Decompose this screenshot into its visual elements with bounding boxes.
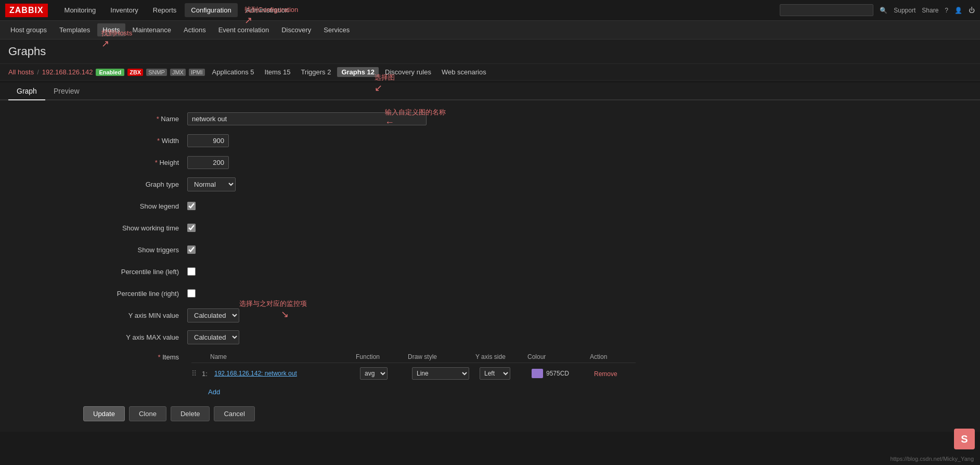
form-row-graph-type: Graph type Normal Stacked Pie Exploded	[83, 176, 980, 192]
tab-web-scenarios[interactable]: Web scenarios	[437, 67, 491, 77]
user-icon[interactable]: 👤	[955, 7, 962, 14]
form-row-height: Height	[83, 154, 980, 170]
label-width: Width	[83, 137, 187, 145]
tab-applications[interactable]: Applications 5	[208, 67, 259, 77]
tab-graph[interactable]: Graph	[8, 83, 45, 100]
tab-graphs[interactable]: Graphs 12	[337, 67, 379, 77]
header-y-axis-side: Y axis side	[475, 353, 527, 360]
table-row: ⠿ 1: 192.168.126.142: network out avg mi…	[191, 365, 636, 382]
page-title: Graphs	[8, 45, 972, 58]
page-title-bar: Graphs	[0, 40, 980, 64]
s-logo: S	[954, 429, 975, 449]
colour-swatch[interactable]	[532, 369, 543, 378]
items-table-header: Name Function Draw style Y axis side Col…	[191, 351, 636, 363]
input-height[interactable]	[187, 156, 229, 169]
subnav-templates[interactable]: Templates	[54, 23, 95, 36]
form-row-items: Items Name Function Draw style Y axis si…	[83, 351, 980, 396]
input-name[interactable]	[187, 112, 427, 125]
status-badge-enabled: Enabled	[96, 69, 124, 76]
select-y-axis-side[interactable]: Left Right	[480, 367, 510, 380]
help-icon[interactable]: ?	[945, 7, 948, 14]
header-action: Action	[590, 353, 631, 360]
colour-value: 9575CD	[546, 370, 569, 377]
checkbox-percentile-right[interactable]	[187, 289, 196, 298]
footer-url: https://blog.csdn.net/Micky_Yang	[890, 456, 974, 462]
label-show-triggers: Show triggers	[83, 246, 187, 254]
search-input[interactable]	[780, 4, 873, 16]
logo: ZABBIX	[5, 4, 48, 17]
subnav-services[interactable]: Services	[318, 23, 355, 36]
tab-triggers[interactable]: Triggers 2	[296, 67, 335, 77]
zbx-badge: ZBX	[127, 69, 143, 76]
form-row-percentile-left: Percentile line (left)	[83, 264, 980, 279]
checkbox-percentile-left[interactable]	[187, 267, 196, 276]
form-row-percentile-right: Percentile line (right)	[83, 286, 980, 301]
top-nav-right: 🔍 Support Share ? 👤 ⏻	[780, 4, 975, 16]
item-action: Remove	[594, 370, 636, 378]
breadcrumb-host[interactable]: 192.168.126.142	[42, 68, 93, 76]
header-function: Function	[356, 353, 408, 360]
btn-row: Update Clone Delete Cancel	[83, 406, 980, 421]
power-icon[interactable]: ⏻	[969, 7, 975, 14]
add-item-container: Add	[191, 386, 636, 396]
item-draw-style: Line Filled region Bold line Dot Dashed …	[412, 367, 480, 380]
select-draw-style[interactable]: Line Filled region Bold line Dot Dashed …	[412, 367, 469, 380]
form-row-show-triggers: Show triggers	[83, 242, 980, 257]
breadcrumb-separator: /	[37, 68, 39, 76]
search-icon[interactable]: 🔍	[880, 7, 887, 14]
select-function[interactable]: avg min max all	[360, 367, 388, 380]
label-show-legend: Show legend	[83, 202, 187, 210]
subnav-host-groups[interactable]: Host groups	[5, 23, 52, 36]
support-link[interactable]: Support	[894, 7, 915, 14]
select-y-axis-max[interactable]: Calculated Fixed Item	[187, 330, 239, 344]
form-container: Name Width Height Graph type Normal Stac…	[0, 100, 980, 432]
item-name-link[interactable]: 192.168.126.142: network out	[214, 370, 297, 377]
ipmi-badge: IPMI	[189, 69, 205, 76]
breadcrumb-bar: All hosts / 192.168.126.142 Enabled ZBX …	[0, 64, 980, 81]
clone-button[interactable]: Clone	[129, 406, 166, 421]
share-link[interactable]: Share	[922, 7, 938, 14]
checkbox-show-legend[interactable]	[187, 202, 196, 210]
select-y-axis-min[interactable]: Calculated Fixed Item	[187, 308, 239, 322]
label-y-axis-min: Y axis MIN value	[83, 312, 187, 319]
top-nav-links: Monitoring Inventory Reports Configurati…	[58, 3, 780, 17]
subnav-actions[interactable]: Actions	[178, 23, 211, 36]
add-item-link[interactable]: Add	[208, 388, 220, 396]
form-row-name: Name	[83, 111, 980, 126]
label-percentile-left: Percentile line (left)	[83, 268, 187, 276]
form-row-y-axis-max: Y axis MAX value Calculated Fixed Item	[83, 329, 980, 345]
host-tabs: Applications 5 Items 15 Triggers 2 Graph…	[208, 67, 491, 77]
nav-inventory[interactable]: Inventory	[104, 3, 144, 17]
update-button[interactable]: Update	[83, 406, 125, 421]
drag-handle[interactable]: ⠿	[191, 369, 202, 378]
nav-configuration[interactable]: Configuration	[185, 3, 237, 17]
subnav-maintenance[interactable]: Maintenance	[127, 23, 176, 36]
tab-preview[interactable]: Preview	[45, 83, 88, 100]
form-row-show-working-time: Show working time	[83, 220, 980, 236]
subnav-hosts[interactable]: Hosts	[97, 23, 125, 36]
subnav-event-correlation[interactable]: Event correlation	[213, 23, 275, 36]
tab-items[interactable]: Items 15	[261, 67, 295, 77]
checkbox-show-triggers[interactable]	[187, 246, 196, 254]
remove-item-link[interactable]: Remove	[594, 370, 617, 378]
nav-monitoring[interactable]: Monitoring	[58, 3, 102, 17]
tab-discovery-rules[interactable]: Discovery rules	[381, 67, 435, 77]
nav-reports[interactable]: Reports	[147, 3, 183, 17]
label-items: Items	[83, 351, 187, 361]
label-show-working-time: Show working time	[83, 224, 187, 232]
header-name: Name	[210, 353, 356, 360]
delete-button[interactable]: Delete	[171, 406, 210, 421]
form-row-width: Width	[83, 133, 980, 148]
cancel-button[interactable]: Cancel	[214, 406, 254, 421]
item-colour: 9575CD	[532, 369, 594, 378]
snmp-badge: SNMP	[146, 69, 167, 76]
select-graph-type[interactable]: Normal Stacked Pie Exploded	[187, 177, 236, 191]
breadcrumb-all-hosts[interactable]: All hosts	[8, 68, 34, 76]
form-row-y-axis-min: Y axis MIN value Calculated Fixed Item	[83, 307, 980, 323]
input-width[interactable]	[187, 134, 229, 147]
label-height: Height	[83, 159, 187, 166]
nav-administration[interactable]: Administration	[240, 3, 295, 17]
subnav-discovery[interactable]: Discovery	[276, 23, 316, 36]
item-y-axis-side: Left Right	[480, 367, 532, 380]
checkbox-show-working-time[interactable]	[187, 224, 196, 232]
